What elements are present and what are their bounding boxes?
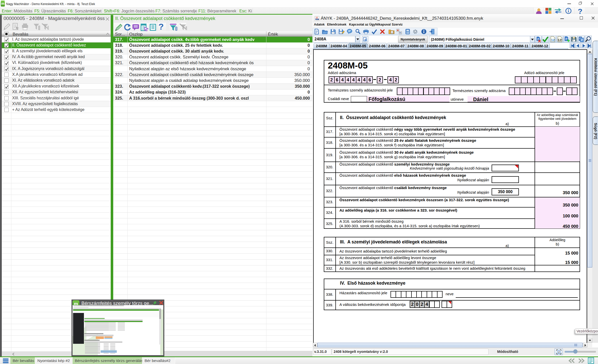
svg-text:12: 12 bbox=[551, 38, 555, 42]
svg-text:12!: 12! bbox=[558, 38, 562, 42]
